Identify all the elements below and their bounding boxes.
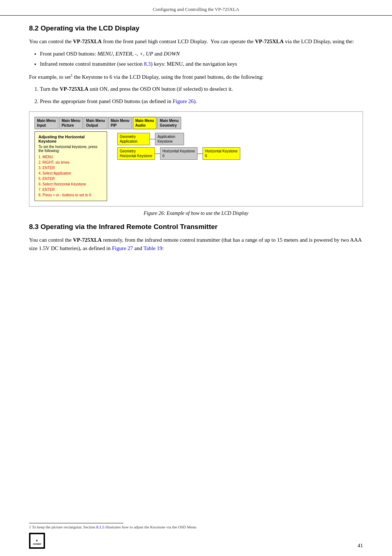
table-19-link[interactable]: Table 19: [143, 245, 162, 251]
application-keystone-node: ApplicationKeystone: [155, 133, 184, 145]
section-83-link[interactable]: 8.3: [144, 61, 151, 67]
header-text: Configuring and Controlling the VP-725XL…: [153, 7, 239, 12]
tab-picture: Main MenuPicture: [59, 117, 83, 129]
figure-26-link[interactable]: Figure 26: [173, 98, 194, 104]
figure-box: Main MenuInput Main MenuPicture Main Men…: [29, 111, 363, 207]
row-geometry-hk: GeometryHorizontal Keystone Horizontal K…: [117, 147, 240, 160]
tab-input: Main MenuInput: [34, 117, 58, 129]
down-label: DOWN: [164, 51, 180, 57]
hk-0-node: Horizontal Keystone0: [160, 147, 198, 160]
geometry-application-node: GeometryApplication: [117, 133, 150, 145]
bullet-list: Front panel OSD buttons: MENU, ENTER, -,…: [40, 49, 363, 68]
steps-list: Turn the VP-725XLA unit ON, and press th…: [40, 85, 363, 106]
step-enter-5: 5. ENTER: [38, 176, 103, 181]
tab-output: Main MenuOutput: [83, 117, 107, 129]
figure-27-link[interactable]: Figure 27: [112, 245, 133, 251]
menu-diagram: Main MenuInput Main MenuPicture Main Men…: [34, 117, 358, 201]
up-label: UP: [146, 51, 153, 57]
figure-26-caption: Figure 26: Example of how to use the LCD…: [29, 209, 363, 217]
section-82-para1: You can control the VP-725XLA from the f…: [29, 37, 363, 46]
menu-tabs-row: Main MenuInput Main MenuPicture Main Men…: [34, 117, 358, 129]
step-enter-3: 3. ENTER: [38, 165, 103, 171]
tab-geometry: Main MenuGeometry: [157, 117, 181, 129]
footnote-divider: [29, 523, 123, 523]
footnote-ref-1: 1: [71, 73, 73, 77]
step-right: 2. RIGHT, six times: [38, 160, 103, 165]
svg-text:K: K: [36, 539, 38, 542]
kramer-logo-svg: K KRAMER: [30, 533, 44, 548]
connector-2: [155, 154, 160, 154]
kramer-logo: K KRAMER: [29, 533, 45, 549]
step-2: Press the appropriate front panel OSD bu…: [40, 97, 363, 106]
adjusting-title: Adjusting the Horizontal Keystone: [38, 135, 103, 143]
connector-1: [150, 139, 155, 139]
section-82-title: 8.2 Operating via the LCD Display: [29, 24, 363, 32]
step-select-app: 4. Select Application: [38, 171, 103, 176]
figure-caption-text: Figure 26: Example of how to use the LCD…: [144, 210, 248, 216]
adjusting-box: Adjusting the Horizontal Keystone To set…: [34, 131, 107, 201]
adjusting-subtitle: To set the horizontal keystone, press th…: [38, 145, 103, 153]
connector-3: [197, 154, 203, 154]
step-press-plus: 8. Press + or - buttons to set to 6: [38, 192, 103, 198]
page-number: 41: [358, 543, 363, 549]
plus-label: +: [139, 51, 143, 57]
svg-text:KRAMER: KRAMER: [33, 543, 41, 545]
bottom-diagram-row: Adjusting the Horizontal Keystone To set…: [34, 131, 358, 201]
step-select-hk: 6. Select Horizontal Keystone: [38, 181, 103, 187]
section-815-link[interactable]: 8.1.5: [96, 525, 104, 529]
page-footer: 1 To keep the picture rectangular. Secti…: [0, 523, 392, 556]
brand-bold-4: VP-725XLA: [73, 237, 102, 243]
bullet-2: Infrared remote control transmitter (see…: [40, 60, 363, 68]
footnote-1: 1 To keep the picture rectangular. Secti…: [29, 525, 363, 529]
step-menu: 1. MENU: [38, 154, 103, 160]
brand-bold-2: VP-725XLA: [255, 38, 283, 44]
page-content: 8.2 Operating via the LCD Display You ca…: [0, 16, 392, 285]
brand-bold-3: VP-725XLA: [60, 86, 88, 92]
section-83-title: 8.3 Operating via the Infrared Remote Co…: [29, 223, 363, 231]
bullet-1: Front panel OSD buttons: MENU, ENTER, -,…: [40, 49, 363, 58]
section-82-para2: For example, to set1 the Keystone to 6 v…: [29, 73, 363, 81]
menu-label: MENU: [97, 51, 113, 57]
step-1: Turn the VP-725XLA unit ON, and press th…: [40, 85, 363, 93]
minus-label: -: [135, 51, 137, 57]
page-header: Configuring and Controlling the VP-725XL…: [0, 0, 392, 16]
tab-pip: Main MenuPIP: [108, 117, 132, 129]
tab-audio: Main MenuAudio: [133, 117, 157, 129]
footer-bottom: K KRAMER 41: [29, 533, 363, 549]
brand-bold-1: VP-725XLA: [73, 38, 102, 44]
section-83-para: You can control the VP-725XLA remotely, …: [29, 236, 363, 252]
hk-6-node: Horizontal Keystone6: [203, 147, 240, 160]
enter-label: ENTER: [115, 51, 132, 57]
tree-diagram: GeometryApplication ApplicationKeystone …: [117, 131, 240, 160]
step-enter-7: 7. ENTER: [38, 187, 103, 192]
row-geometry-app: GeometryApplication ApplicationKeystone: [117, 133, 240, 145]
geometry-hk-node: GeometryHorizontal Keystone: [117, 147, 155, 160]
